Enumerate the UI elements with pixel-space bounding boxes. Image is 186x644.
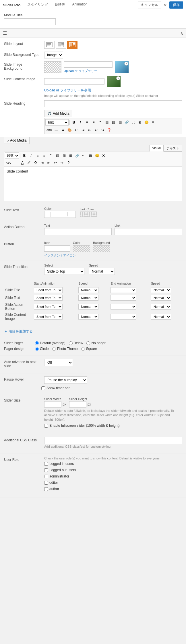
pager-circle-option[interactable]: Circle [35,347,49,351]
collapse-icon[interactable]: ∧ [180,31,183,36]
color-hex-input[interactable]: ffffff [52,212,66,216]
toolbar-align-center[interactable]: ▤ [110,119,117,126]
color-swatch[interactable] [46,212,51,217]
font-a-btn[interactable]: A [19,160,26,166]
transition-speed-select[interactable]: Normal Fast Slow [89,268,115,275]
align-center-btn[interactable]: ▥ [61,152,67,159]
toolbar-fullscreen[interactable]: ⛶ [130,119,136,126]
anim-start-select-0[interactable]: Short from To Fade None [34,287,63,293]
fullscreen-checkbox[interactable] [44,424,48,428]
pager-below-option[interactable]: Below [69,341,83,345]
width-input[interactable] [44,401,61,408]
slide-heading-input[interactable]: Slide Heading [44,100,182,107]
height-input[interactable] [69,401,86,408]
slide-bg-checkered[interactable] [44,61,61,73]
transition-select[interactable]: Slide to Top Slide to Bottom Fade [44,268,84,275]
undo-btn[interactable]: ↩ [52,160,59,166]
layout-btn-3[interactable] [67,41,78,49]
user-role-option-3[interactable]: editor [44,481,182,485]
module-title-input[interactable] [4,18,56,25]
anim-speed1-select-3[interactable]: Normal Fast Slow [78,314,98,320]
user-role-cb-3[interactable] [44,481,48,485]
slide-bg-url-input[interactable]: https://themify [64,61,113,68]
btn-bg-swatch[interactable] [93,245,110,252]
toolbar-italic[interactable]: I [77,119,84,126]
emoji-btn[interactable]: 😊 [94,152,100,159]
em-dash-btn[interactable]: — [13,160,19,166]
content-image-upload-link[interactable]: Upload or ライブラリーを参照 [44,88,182,93]
pager-photo-option[interactable]: Photo Thumb [52,347,78,351]
help-btn[interactable]: ? [65,160,72,166]
toolbar-quote[interactable]: ❝ [97,119,103,126]
toolbar-close[interactable]: ✕ [150,119,156,126]
visual-tab[interactable]: Visual [149,145,164,152]
tab-styling[interactable]: スタイリング [24,0,51,10]
pager-circle-radio[interactable] [35,347,39,351]
align-left-btn[interactable]: ▤ [54,152,61,159]
btn-color-swatch[interactable] [73,245,90,252]
anim-start-select-2[interactable]: Short from To Fade None [34,304,63,310]
pager-square-radio[interactable] [81,347,85,351]
text-tab[interactable]: テキスト [164,145,182,152]
instant-icon-link[interactable]: インスタントアイコン [44,253,182,258]
more-btn[interactable]: ⋯ [81,152,87,159]
user-role-cb-0[interactable] [44,462,48,466]
anim-speed2-select-3[interactable]: Normal Fast Slow [151,314,171,320]
auto-advance-select[interactable]: Off 3s 5s [44,359,73,366]
align-right-btn[interactable]: ▦ [67,152,74,159]
pager-below-radio[interactable] [69,341,73,345]
btn-icon-input[interactable] [44,245,70,252]
css-class-input[interactable] [44,437,182,444]
anim-speed1-select-0[interactable]: Normal Fast Slow [78,287,98,293]
anim-start-select-3[interactable]: Short from To Fade None [34,314,63,320]
toolbar-indent[interactable]: ⇥ [80,127,86,133]
cancel-button[interactable]: キャンセル [138,1,161,9]
toolbar-emoji[interactable]: 😊 [143,119,150,126]
add-item-button[interactable]: ＋ 項目を追加する [4,327,182,336]
ul-btn[interactable]: ≡ [34,152,41,159]
anim-end-select-3[interactable]: Short from To Fade [111,314,136,320]
toolbar-undo[interactable]: ↩ [93,127,99,133]
bold-btn[interactable]: B [21,152,28,159]
editor-body[interactable]: Slide content [4,167,182,201]
action-text-input[interactable] [44,228,112,235]
link-color-swatch[interactable] [80,212,97,217]
toolbar-bold[interactable]: B [71,119,77,126]
content-image-url-input[interactable]: https://themify.me/demo/themes/themes [44,78,104,85]
anim-speed1-select-1[interactable]: Normal Fast Slow [78,295,98,301]
toolbar-font-color[interactable]: A [60,127,66,133]
pager-photo-radio[interactable] [52,347,56,351]
pager-default-option[interactable]: Default (overlap) [35,341,65,345]
toolbar-abc[interactable]: ABC [45,127,53,133]
pager-square-option[interactable]: Square [81,347,97,351]
opacity-input[interactable]: 1 [67,212,74,216]
user-role-option-1[interactable]: Logged out users [44,468,182,472]
tab-animation[interactable]: Animation [69,0,91,10]
toolbar-align-right[interactable]: ▤ [117,119,123,126]
toolbar-dash[interactable]: — [53,127,60,133]
anim-start-select-1[interactable]: Short from To Fade None [34,295,63,301]
toolbar-ol[interactable]: ≡ [90,119,97,126]
toolbar-special-char[interactable]: Ω [73,127,80,133]
slide-bg-remove-btn[interactable]: × [124,62,128,66]
user-role-option-4[interactable]: author [44,487,182,491]
para-select-2[interactable]: 段落 [5,152,19,159]
user-role-cb-4[interactable] [44,487,48,491]
user-role-option-0[interactable]: Logged in users [44,462,182,466]
toolbar-redo[interactable]: ↪ [100,127,106,133]
toolbar-align-left[interactable]: ▤ [104,119,110,126]
grid-btn[interactable]: ⊞ [87,152,94,159]
redo-btn[interactable]: ↪ [59,160,65,166]
pager-default-radio[interactable] [35,341,39,345]
save-button[interactable]: 保存 [169,1,183,9]
close-icon[interactable]: ✕ [164,3,167,7]
add-media-button[interactable]: 🎵 Add Media [44,110,72,117]
outdent-btn[interactable]: ⇤ [46,160,52,166]
anim-end-select-0[interactable]: Short from To Fade [111,287,136,293]
anim-end-select-1[interactable]: Short from To Fade [111,295,136,301]
toolbar-ul[interactable]: ≡ [84,119,90,126]
italic-btn[interactable]: I [28,152,34,159]
anim-speed2-select-1[interactable]: Normal Fast Slow [151,295,171,301]
toolbar-grid[interactable]: ⊞ [137,119,143,126]
show-timer-checkbox[interactable] [41,386,45,390]
